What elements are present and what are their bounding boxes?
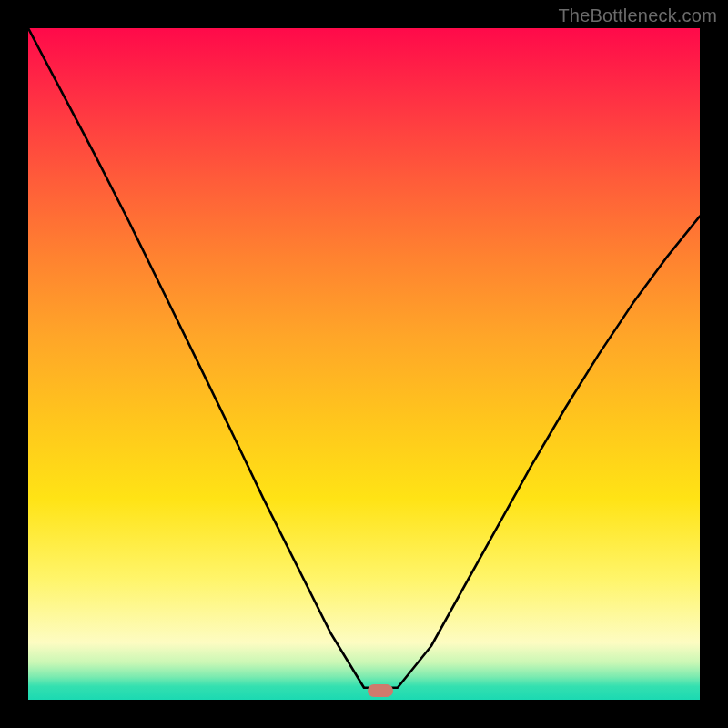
- optimum-marker: [368, 684, 393, 697]
- chart-stage: TheBottleneck.com: [0, 0, 728, 728]
- watermark-text: TheBottleneck.com: [558, 5, 717, 26]
- bottleneck-curve: [28, 28, 700, 688]
- curve-layer: [28, 28, 700, 700]
- plot-area: [28, 28, 700, 700]
